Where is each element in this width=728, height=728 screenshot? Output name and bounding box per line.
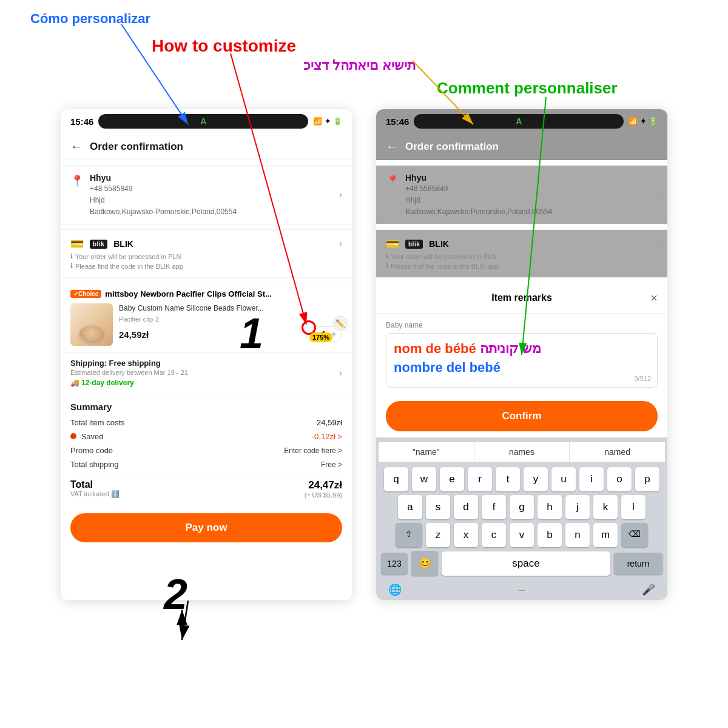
address-phone-left: +48 5585849 (90, 184, 333, 194)
key-i[interactable]: i (579, 467, 604, 491)
remarks-content: Baby name nom de bébé מש קוניתה nombre d… (376, 314, 667, 395)
payment-chevron-right: › (655, 238, 658, 249)
summary-title-left: Summary (70, 402, 342, 412)
payment-note-r2: Please find the code in the BLIK app (391, 263, 499, 270)
info-icon-r2: ℹ (386, 262, 388, 270)
key-v[interactable]: v (510, 523, 534, 547)
total-row: Total VAT included ℹ️ 24,47zł (≈ US $5.9… (70, 474, 342, 499)
key-u[interactable]: u (551, 467, 576, 491)
remarks-input-area[interactable]: nom de bébé מש קוניתה nombre del bebé 9/… (386, 333, 658, 388)
product-price-left: 24,59zł (119, 329, 149, 340)
globe-icon[interactable]: 🌐 (388, 583, 402, 596)
back-button-right[interactable]: ← (386, 140, 398, 153)
microphone-icon[interactable]: 🎤 (642, 583, 655, 596)
status-bar-left: 15:46 A 📶✦🔋 (61, 109, 352, 133)
remarks-text-spanish: nombre del bebé (394, 360, 500, 375)
item-costs-label: Total item costs (70, 418, 125, 427)
payment-note-r1: Your order will be processed in PLN (391, 253, 496, 260)
vat-text: VAT included ℹ️ (70, 490, 120, 498)
key-e[interactable]: e (440, 467, 464, 491)
summary-shipping-row[interactable]: Total shipping Free > (70, 460, 342, 469)
suggestion-1[interactable]: "name" (379, 442, 474, 462)
key-c[interactable]: c (482, 523, 506, 547)
key-p[interactable]: p (635, 467, 659, 491)
key-space[interactable]: space (442, 551, 610, 576)
address-section-right[interactable]: 📍 Hhyu +48 5585849 Hhjd Badkowo,Kujawsko… (376, 165, 667, 224)
address-section-left[interactable]: 📍 Hhyu +48 5585849 Hhjd Badkowo,Kujawsko… (61, 165, 352, 224)
summary-promo-row[interactable]: Promo code Enter code here > (70, 446, 342, 455)
back-button-left[interactable]: ← (70, 140, 83, 153)
key-f[interactable]: f (482, 495, 506, 519)
title-spanish: Cómo personalizar (30, 11, 150, 27)
shipping-section-left[interactable]: Shipping: Free shipping Estimated delive… (61, 352, 352, 394)
title-french: Comment personnaliser (437, 79, 618, 98)
product-image-left (70, 303, 113, 346)
key-w[interactable]: w (412, 467, 436, 491)
edit-icon-left[interactable]: ✏️ (332, 315, 348, 331)
store-name-left: mittsboy Newborn Pacifier Clips Official… (105, 289, 272, 298)
promo-value[interactable]: Enter code here > (284, 447, 342, 455)
product-variant-left: Pacifier clip-2 (119, 315, 342, 323)
key-return[interactable]: return (614, 553, 662, 575)
key-t[interactable]: t (496, 467, 520, 491)
key-k[interactable]: k (593, 495, 618, 519)
address-chevron-left: › (339, 189, 342, 200)
ship-badge-left: 12-day delivery (81, 379, 134, 387)
key-n[interactable]: n (565, 523, 590, 547)
location-icon-right: 📍 (386, 174, 399, 187)
key-y[interactable]: y (524, 467, 548, 491)
suggestion-3[interactable]: named (570, 442, 665, 462)
key-h[interactable]: h (538, 495, 562, 519)
saved-label: Saved (70, 432, 104, 441)
key-delete[interactable]: ⌫ (621, 523, 648, 547)
remarks-counter: 9/512 (634, 375, 651, 382)
key-o[interactable]: o (607, 467, 632, 491)
key-a[interactable]: a (398, 495, 422, 519)
keyboard: "name" names named q w e r t y u i o p (376, 437, 667, 600)
total-label: Total (70, 479, 120, 490)
key-emoji[interactable]: 😊 (411, 551, 438, 576)
keyboard-suggestions: "name" names named (379, 442, 665, 462)
payment-section-left[interactable]: 💳 blik BLIK › ℹ Your order will be proce… (61, 229, 352, 278)
key-g[interactable]: g (510, 495, 534, 519)
qty-plus-left[interactable]: + (331, 329, 337, 340)
location-icon-left: 📍 (70, 174, 84, 187)
shipping-total-value: Free > (321, 460, 342, 469)
qty-minus-left[interactable]: − (311, 329, 317, 340)
saved-value: -0,12zł > (312, 432, 342, 441)
saved-dot (70, 433, 76, 439)
remarks-text-french: nom de bébé (394, 341, 476, 356)
payment-note-2: Please find the code in the BLIK app (75, 263, 183, 270)
key-123[interactable]: 123 (381, 553, 408, 575)
ship-icon-left: 🚚 (70, 379, 79, 387)
status-time-right: 15:46 (386, 116, 409, 127)
phone-right: 15:46 A 📶✦🔋 ← Order confirmation 📍 Hhyu … (376, 109, 667, 600)
key-r[interactable]: r (468, 467, 492, 491)
status-icons-right: 📶✦🔋 (629, 117, 658, 126)
key-m[interactable]: m (593, 523, 618, 547)
key-shift[interactable]: ⇧ (396, 523, 422, 547)
summary-section-left: Summary Total item costs 24,59zł Saved -… (61, 394, 352, 506)
payment-method-left: BLIK (113, 239, 133, 249)
key-b[interactable]: b (538, 523, 562, 547)
confirm-button[interactable]: Confirm (386, 401, 658, 431)
pay-now-button[interactable]: Pay now (70, 513, 342, 542)
key-j[interactable]: j (565, 495, 590, 519)
remarks-input-text: nom de bébé מש קוניתה nombre del bebé (394, 340, 650, 377)
key-d[interactable]: d (454, 495, 478, 519)
payment-section-right[interactable]: 💳 blik BLIK › ℹ Your order will be proce… (376, 229, 667, 278)
modal-close-button[interactable]: × (650, 291, 658, 305)
suggestion-2[interactable]: names (474, 442, 570, 462)
key-x[interactable]: x (454, 523, 478, 547)
key-l[interactable]: l (621, 495, 645, 519)
keyboard-iphone-bar: 🌐 — 🎤 (379, 579, 665, 598)
remarks-text-hebrew: מש קוניתה (480, 341, 541, 356)
keyboard-row-3: ⇧ z x c v b n m ⌫ (379, 523, 665, 547)
keyboard-row-2: a s d f g h j k l (379, 495, 665, 519)
status-icons-left: 📶✦🔋 (313, 117, 342, 126)
key-s[interactable]: s (426, 495, 450, 519)
notch-right: A (414, 114, 624, 129)
keyboard-bottom-row: 123 😊 space return (379, 551, 665, 576)
key-z[interactable]: z (426, 523, 450, 547)
key-q[interactable]: q (384, 467, 408, 491)
